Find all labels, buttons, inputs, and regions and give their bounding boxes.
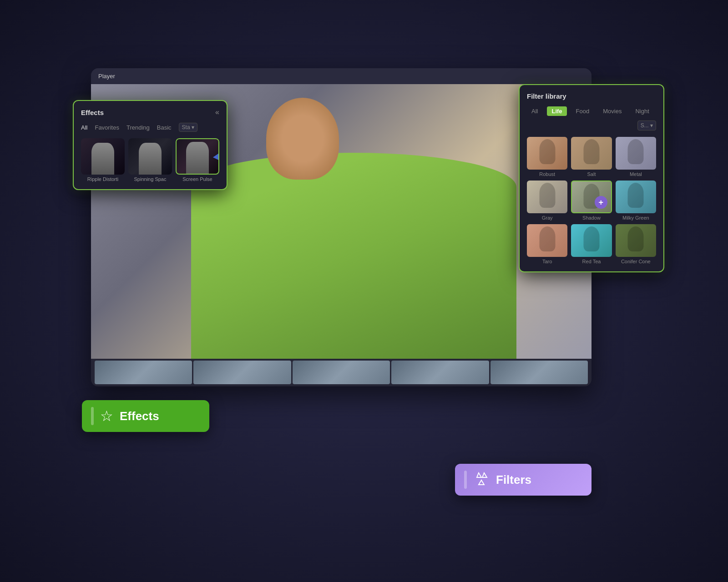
cursor-arrow xyxy=(213,149,219,162)
filter-thumb-redtea xyxy=(571,224,612,257)
filter-item-gray[interactable]: Gray xyxy=(527,181,567,221)
person-milkygreen xyxy=(628,183,644,208)
filter-panel-title: Filter library xyxy=(527,92,566,100)
filter-label-shadow: Shadow xyxy=(571,215,612,221)
filter-tab-movies[interactable]: Movies xyxy=(598,106,626,116)
filter-panel-header: Filter library xyxy=(527,92,656,100)
filter-thumb-gray xyxy=(527,181,567,213)
filter-tab-life[interactable]: Life xyxy=(547,106,566,116)
filter-grid: Robust Salt Metal Gray xyxy=(527,137,656,264)
effect-thumb-spinning xyxy=(128,138,172,175)
filter-label-salt: Salt xyxy=(571,171,612,177)
filter-item-shadow[interactable]: + Shadow xyxy=(571,181,612,221)
filter-thumb-robust xyxy=(527,137,567,170)
effect-label-ripple: Ripple Distorti xyxy=(81,176,125,182)
strip-thumb-1 xyxy=(95,361,192,384)
effect-thumb-ripple xyxy=(81,138,125,175)
effect-item-ripple[interactable]: Ripple Distorti xyxy=(81,138,125,182)
filters-badge[interactable]: Filters xyxy=(455,464,592,496)
filter-thumb-metal xyxy=(616,137,656,170)
filter-tab-night[interactable]: Night xyxy=(631,106,653,116)
effect-item-screenpulse[interactable]: Screen Pulse xyxy=(176,138,219,182)
filter-item-taro[interactable]: Taro xyxy=(527,224,567,264)
filter-thumb-salt xyxy=(571,137,612,170)
filter-panel: Filter library All Life Food Movies Nigh… xyxy=(519,84,664,272)
filter-item-conifercone[interactable]: Conifer Cone xyxy=(616,224,656,264)
figure-screenpulse xyxy=(186,142,209,174)
filter-item-robust[interactable]: Robust xyxy=(527,137,567,177)
filter-thumb-conifercone xyxy=(616,224,656,257)
person-gray xyxy=(539,183,555,208)
effects-tab-favorites[interactable]: Favorites xyxy=(95,123,119,132)
strip-thumb-3 xyxy=(293,361,390,384)
filter-label-redtea: Red Tea xyxy=(571,259,612,264)
woman-head xyxy=(266,98,339,180)
figure-ripple xyxy=(91,143,114,175)
person-taro xyxy=(539,226,555,251)
filter-tab-food[interactable]: Food xyxy=(571,106,594,116)
player-title: Player xyxy=(98,73,115,80)
woman-body xyxy=(191,153,516,359)
strip-thumb-2 xyxy=(193,361,291,384)
figure-spinning xyxy=(139,143,162,175)
effects-panel-title: Effects xyxy=(81,109,104,116)
strip-thumb-5 xyxy=(490,361,588,384)
effects-tabs: All Favorites Trending Basic Sta ▾ xyxy=(81,123,219,132)
effect-thumb-screenpulse xyxy=(176,138,219,175)
filters-badge-handle xyxy=(464,471,467,489)
effects-tab-all[interactable]: All xyxy=(81,123,87,132)
effects-badge[interactable]: ☆ Effects xyxy=(82,400,209,432)
effects-badge-label: Effects xyxy=(120,409,159,423)
effect-label-screenpulse: Screen Pulse xyxy=(176,176,219,182)
timeline-strip xyxy=(91,359,592,386)
person-conifercone xyxy=(628,226,644,251)
filter-item-metal[interactable]: Metal xyxy=(616,137,656,177)
effects-tab-trending[interactable]: Trending xyxy=(126,123,150,132)
filter-thumb-milkygreen xyxy=(616,181,656,213)
filter-label-metal: Metal xyxy=(616,171,656,177)
filter-tab-more-dropdown[interactable]: S... ▾ xyxy=(637,120,656,130)
filter-label-gray: Gray xyxy=(527,215,567,221)
filter-thumb-taro xyxy=(527,224,567,257)
scene: Player Effects « All Favorites Trending xyxy=(46,41,682,541)
person-salt xyxy=(583,139,599,164)
person-redtea xyxy=(583,226,599,251)
effects-tab-basic[interactable]: Basic xyxy=(157,123,172,132)
effects-grid: Ripple Distorti Spinning Spac Screen Pul… xyxy=(81,138,219,182)
effects-tab-more-dropdown[interactable]: Sta ▾ xyxy=(179,123,197,132)
effects-star-icon: ☆ xyxy=(100,407,113,425)
filters-badge-label: Filters xyxy=(496,473,531,487)
player-titlebar: Player xyxy=(91,68,592,84)
filter-item-salt[interactable]: Salt xyxy=(571,137,612,177)
filter-item-milkygreen[interactable]: Milky Green xyxy=(616,181,656,221)
effects-panel: Effects « All Favorites Trending Basic S… xyxy=(73,100,228,190)
strip-thumb-4 xyxy=(391,361,489,384)
filter-label-conifercone: Conifer Cone xyxy=(616,259,656,264)
effects-collapse-button[interactable]: « xyxy=(215,108,219,116)
filter-label-taro: Taro xyxy=(527,259,567,264)
person-metal xyxy=(628,139,644,164)
filter-tab-all[interactable]: All xyxy=(527,106,542,116)
filters-recycle-icon xyxy=(473,470,490,490)
effect-item-spinning[interactable]: Spinning Spac xyxy=(128,138,172,182)
filter-add-button[interactable]: + xyxy=(595,196,607,209)
filter-label-robust: Robust xyxy=(527,171,567,177)
filter-thumb-shadow: + xyxy=(571,181,612,213)
effects-panel-header: Effects « xyxy=(81,108,219,116)
filter-item-redtea[interactable]: Red Tea xyxy=(571,224,612,264)
effects-badge-handle xyxy=(91,407,94,425)
filter-tabs: All Life Food Movies Night S... ▾ xyxy=(527,106,656,130)
effect-label-spinning: Spinning Spac xyxy=(128,176,172,182)
person-robust xyxy=(539,139,555,164)
filter-label-milkygreen: Milky Green xyxy=(616,215,656,221)
